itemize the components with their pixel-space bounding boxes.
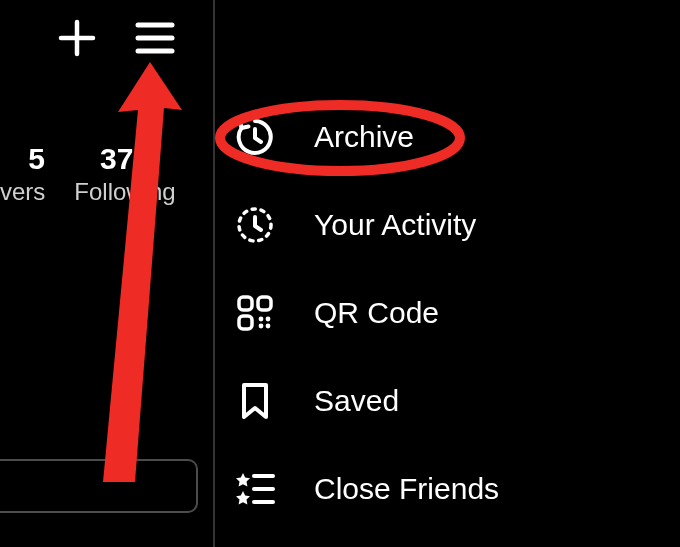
saved-icon bbox=[232, 378, 278, 424]
followers-label: vers bbox=[0, 178, 45, 206]
close-friends-icon bbox=[232, 466, 278, 512]
menu-label: Close Friends bbox=[314, 472, 499, 506]
vertical-divider bbox=[213, 0, 215, 547]
following-label: Following bbox=[55, 178, 195, 206]
menu-label: Your Activity bbox=[314, 208, 476, 242]
menu-label: Archive bbox=[314, 120, 414, 154]
svg-rect-8 bbox=[239, 316, 252, 329]
menu-item-qrcode[interactable]: QR Code bbox=[232, 290, 499, 336]
qrcode-icon bbox=[232, 290, 278, 336]
svg-point-10 bbox=[266, 317, 271, 322]
hamburger-menu-icon[interactable] bbox=[135, 21, 175, 55]
following-count: 374 bbox=[55, 142, 195, 176]
menu-label: Saved bbox=[314, 384, 399, 418]
activity-icon bbox=[232, 202, 278, 248]
svg-point-11 bbox=[259, 324, 264, 329]
menu-item-close-friends[interactable]: Close Friends bbox=[232, 466, 499, 512]
side-menu: Archive Your Activity QR Code bbox=[232, 114, 499, 512]
edit-profile-button[interactable] bbox=[0, 459, 198, 513]
followers-stat[interactable]: 5 vers bbox=[0, 142, 45, 206]
menu-label: QR Code bbox=[314, 296, 439, 330]
menu-item-activity[interactable]: Your Activity bbox=[232, 202, 499, 248]
following-stat[interactable]: 374 Following bbox=[55, 142, 195, 206]
followers-count: 5 bbox=[0, 142, 45, 176]
profile-stats: 5 vers 374 Following bbox=[0, 142, 200, 206]
profile-left-panel: 5 vers 374 Following bbox=[0, 0, 213, 547]
menu-item-saved[interactable]: Saved bbox=[232, 378, 499, 424]
svg-point-9 bbox=[259, 317, 264, 322]
archive-icon bbox=[232, 114, 278, 160]
create-icon[interactable] bbox=[57, 18, 97, 58]
menu-item-archive[interactable]: Archive bbox=[232, 114, 499, 160]
svg-rect-7 bbox=[258, 297, 271, 310]
svg-point-12 bbox=[266, 324, 271, 329]
header-icons bbox=[57, 18, 175, 58]
svg-rect-6 bbox=[239, 297, 252, 310]
